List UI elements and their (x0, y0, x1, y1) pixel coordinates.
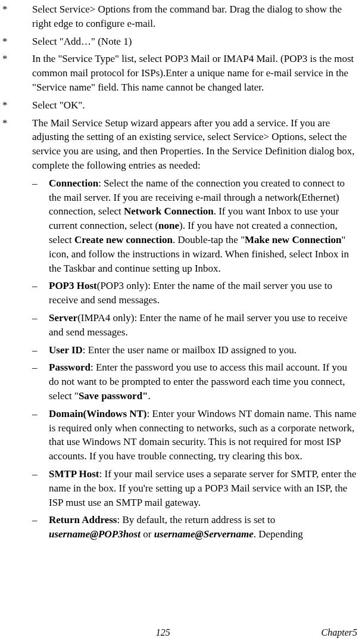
bold-italic-text: username@POP3host (49, 528, 141, 540)
bold-text: Network Connection (124, 206, 214, 217)
item-text: In the "Service Type" list, select POP3 … (32, 52, 357, 94)
list-item: * In the "Service Type" list, select POP… (2, 52, 357, 94)
item-text: Select Service> Options from the command… (32, 2, 357, 31)
sub-item-text: Return Address: By default, the return a… (49, 513, 357, 542)
bold-text: Create new connection (74, 234, 173, 245)
dash-marker: – (32, 407, 49, 463)
chapter-label: Chapter5 (322, 626, 357, 639)
page-footer: 125 Chapter5 (2, 626, 360, 639)
sub-item-text: SMTP Host: If your mail service uses a s… (49, 467, 357, 509)
item-text: Select "Add…" (Note 1) (32, 35, 357, 49)
term-label: SMTP Host (49, 468, 99, 480)
list-item: * The Mail Service Setup wizard appears … (2, 116, 357, 173)
dash-marker: – (32, 467, 49, 509)
sub-list-item-server: – Server(IMPA4 only): Enter the name of … (32, 311, 357, 340)
term-label: Password (49, 362, 90, 373)
bold-text: Save password" (79, 390, 148, 402)
item-text: Select "OK". (32, 98, 357, 113)
sub-item-text: Server(IMPA4 only): Enter the name of he… (49, 311, 357, 340)
text-segment: . Double-tap the " (173, 234, 245, 245)
star-marker: * (2, 52, 32, 94)
sub-list-item-pop3host: – POP3 Host(POP3 only): Enter the name o… (32, 279, 357, 307)
dash-marker: – (32, 343, 49, 357)
bold-text: none (158, 220, 179, 231)
dash-marker: – (32, 176, 49, 276)
sub-item-text: POP3 Host(POP3 only): Enter the name of … (49, 279, 357, 307)
sub-list-item-userid: – User ID: Enter the user name or mailbo… (32, 343, 357, 357)
text-segment: . (148, 390, 151, 402)
list-item: * Select "Add…" (Note 1) (2, 35, 357, 49)
star-marker: * (2, 35, 32, 49)
sub-item-text: Domain(Windows NT): Enter your Windows N… (49, 407, 357, 463)
sub-list-item-domain: – Domain(Windows NT): Enter your Windows… (32, 407, 357, 463)
text-segment: or (141, 528, 154, 540)
text-segment: . Depending (254, 528, 303, 540)
term-label: Connection (49, 178, 98, 189)
dash-marker: – (32, 311, 49, 340)
sub-list-item-password: – Password: Enter the password you use t… (32, 360, 357, 403)
dash-marker: – (32, 360, 49, 403)
sub-list-item-return: – Return Address: By default, the return… (32, 513, 357, 542)
star-marker: * (2, 2, 32, 31)
text-segment: (IMPA4 only): Enter the name of he mail … (49, 312, 348, 338)
sub-item-text: User ID: Enter the user name or mailbox … (49, 343, 357, 357)
sub-item-text: Connection: Select the name of the conne… (49, 176, 357, 276)
sub-item-text: Password: Enter the password you use to … (49, 360, 357, 403)
star-marker: * (2, 116, 32, 173)
text-segment: : Enter the user name or mailbox ID assi… (83, 344, 297, 356)
bold-italic-text: username@Servername (154, 528, 254, 540)
text-segment: : By default, the return address is set … (117, 514, 275, 525)
bold-text: Make new Connection (245, 234, 341, 245)
sub-list-item-connection: – Connection: Select the name of the con… (32, 176, 357, 276)
list-item: * Select "OK". (2, 98, 357, 113)
term-label: POP3 Host (49, 280, 97, 291)
dash-marker: – (32, 513, 49, 542)
sub-list-item-smtp: – SMTP Host: If your mail service uses a… (32, 467, 357, 509)
page-number: 125 (156, 626, 170, 639)
dash-marker: – (32, 279, 49, 307)
item-text: The Mail Service Setup wizard appears af… (32, 116, 357, 173)
term-label: Return Address (49, 514, 117, 525)
term-label: User ID (49, 344, 83, 356)
term-label: Server (49, 312, 77, 323)
list-item: * Select Service> Options from the comma… (2, 2, 357, 31)
term-label: Domain(Windows NT) (49, 408, 147, 419)
star-marker: * (2, 98, 32, 113)
